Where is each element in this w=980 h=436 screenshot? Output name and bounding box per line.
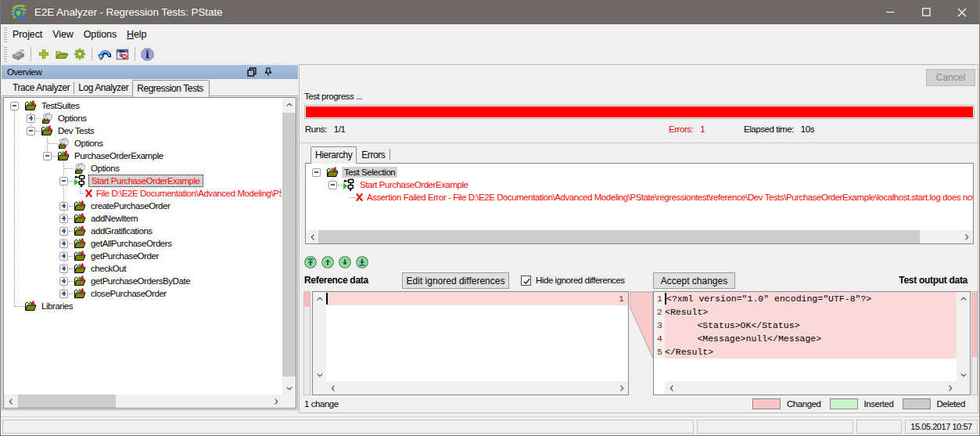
- tree-row-dev-tests[interactable]: Dev Tests: [4, 124, 282, 137]
- tree-label[interactable]: TestSuites: [40, 100, 81, 111]
- expand-icon[interactable]: [59, 265, 68, 273]
- expand-icon[interactable]: [59, 290, 68, 298]
- reference-line-1[interactable]: 1: [326, 292, 628, 305]
- menu-view[interactable]: View: [48, 24, 77, 45]
- tree-label[interactable]: Dev Tests: [56, 125, 95, 136]
- menu-help[interactable]: Help: [122, 24, 151, 45]
- hierarchy-horizontal-scrollbar[interactable]: [306, 230, 973, 243]
- output-vertical-scrollbar[interactable]: [957, 292, 970, 381]
- tree-row-start-purchaseorderexample[interactable]: Start PurchaseOrderExample: [4, 175, 282, 187]
- scrollbar-thumb[interactable]: [318, 230, 920, 243]
- tree-label[interactable]: PurchaseOrderExample: [73, 150, 165, 161]
- reference-vertical-scrollbar[interactable]: [313, 292, 326, 381]
- tree-row-options[interactable]: Options: [4, 162, 282, 175]
- menubar-grip[interactable]: [4, 27, 7, 42]
- tree-row-addnewitem[interactable]: addNewItem: [4, 212, 282, 225]
- tree-label[interactable]: File D:\E2E Documentation\Advanced Model…: [95, 188, 282, 199]
- tree-label[interactable]: addGratifications: [89, 225, 154, 236]
- expand-icon[interactable]: [59, 252, 68, 261]
- scroll-up-arrow[interactable]: [313, 292, 326, 305]
- tree-row-addgratifications[interactable]: addGratifications: [4, 225, 282, 237]
- tree-row-closepurchaseorder[interactable]: closePurchaseOrder: [4, 287, 282, 300]
- tree-label[interactable]: Libraries: [40, 301, 74, 312]
- tab-hierarchy[interactable]: Hierarchy: [311, 146, 357, 164]
- scroll-up-arrow[interactable]: [957, 292, 970, 305]
- cancel-button[interactable]: Cancel: [926, 69, 975, 86]
- scroll-left-arrow[interactable]: [4, 395, 17, 408]
- collapse-icon[interactable]: [27, 127, 35, 135]
- collapse-icon[interactable]: [59, 177, 68, 186]
- tree-label[interactable]: createPurchaseOrder: [89, 200, 171, 211]
- scroll-left-arrow[interactable]: [306, 230, 319, 243]
- scroll-down-arrow[interactable]: [282, 381, 296, 395]
- tree-row-testsuites[interactable]: TestSuites: [4, 99, 282, 112]
- toolbar-grip[interactable]: [4, 47, 7, 62]
- expand-icon[interactable]: [59, 240, 68, 248]
- menu-project[interactable]: Project: [8, 24, 47, 45]
- scroll-down-arrow[interactable]: [313, 368, 326, 381]
- expand-icon[interactable]: [59, 227, 68, 236]
- tree-label[interactable]: addNewItem: [89, 213, 139, 224]
- tree-horizontal-scrollbar[interactable]: [4, 395, 282, 408]
- tree-label[interactable]: Assertion Failed Error - File D:\E2E Doc…: [365, 192, 973, 203]
- expand-icon[interactable]: [59, 202, 68, 211]
- tree-label[interactable]: closePurchaseOrder: [89, 288, 168, 299]
- next-difference-button[interactable]: [339, 256, 351, 268]
- tree-row-libraries[interactable]: Libraries: [4, 300, 282, 312]
- tree-label-selected[interactable]: Test Selection: [342, 167, 397, 178]
- minimize-button[interactable]: [872, 0, 908, 24]
- open-button[interactable]: [53, 46, 70, 63]
- scroll-right-arrow[interactable]: [269, 395, 282, 408]
- tree-vertical-scrollbar[interactable]: [282, 98, 296, 395]
- collapse-icon[interactable]: [10, 102, 19, 110]
- tree-row-assertion-error[interactable]: Assertion Failed Error - File D:\E2E Doc…: [306, 191, 973, 204]
- tree-row-purchaseorderexample[interactable]: PurchaseOrderExample: [4, 150, 282, 162]
- edit-ignored-differences-button[interactable]: Edit ignored differences: [402, 272, 509, 289]
- tab-regression-tests[interactable]: Regression Tests: [132, 80, 210, 97]
- last-difference-button[interactable]: [356, 256, 368, 268]
- output-horizontal-scrollbar[interactable]: [665, 381, 957, 395]
- test-output-pane[interactable]: 1 2 3 4 5 <?xml version="1.0" encoding="…: [653, 291, 971, 395]
- reference-data-pane[interactable]: 1: [312, 291, 629, 395]
- collapse-icon[interactable]: [43, 152, 52, 160]
- accept-changes-button[interactable]: Accept changes: [653, 272, 735, 289]
- tree-row-options[interactable]: Options: [4, 112, 282, 124]
- menu-options[interactable]: Options: [79, 24, 121, 45]
- tree-row-options[interactable]: Options: [4, 137, 282, 150]
- tree-row-getpurchaseorder[interactable]: getPurchaseOrder: [4, 250, 282, 262]
- pin-icon[interactable]: [264, 67, 273, 77]
- tree-label[interactable]: getPurchaseOrder: [89, 250, 160, 261]
- expand-icon[interactable]: [59, 214, 68, 223]
- tree-row-createpurchaseorder[interactable]: createPurchaseOrder: [4, 200, 282, 212]
- print-button[interactable]: [10, 46, 27, 63]
- close-info-windows-button[interactable]: [114, 46, 131, 63]
- tree-label[interactable]: Options: [89, 163, 120, 174]
- new-button[interactable]: [35, 46, 52, 63]
- settings-button[interactable]: [71, 46, 88, 63]
- tree-row-getpurchaseordersbydate[interactable]: getPurchaseOrdersByDate: [4, 275, 282, 287]
- tab-log-analyzer[interactable]: Log Analyzer: [74, 80, 132, 96]
- scroll-right-arrow[interactable]: [960, 230, 973, 243]
- hide-ignored-differences-checkbox[interactable]: [521, 276, 531, 286]
- tree-row-getallpurchaseorders[interactable]: getAllPurchaseOrders: [4, 237, 282, 250]
- collapse-icon[interactable]: [312, 168, 321, 177]
- tree-label[interactable]: getAllPurchaseOrders: [89, 238, 174, 249]
- scroll-left-arrow[interactable]: [326, 381, 339, 395]
- maximize-button[interactable]: [908, 0, 944, 24]
- tab-errors[interactable]: Errors: [357, 147, 389, 163]
- float-window-icon[interactable]: [247, 67, 257, 77]
- info-button[interactable]: [139, 46, 156, 63]
- undo-button[interactable]: [96, 46, 113, 63]
- close-button[interactable]: [944, 0, 980, 24]
- tab-trace-analyzer[interactable]: Trace Analyzer: [9, 80, 74, 96]
- scroll-right-arrow[interactable]: [943, 381, 957, 395]
- tree-label[interactable]: Options: [73, 138, 104, 149]
- tree-label[interactable]: Options: [56, 113, 88, 124]
- expand-icon[interactable]: [59, 277, 68, 286]
- hide-ignored-differences-label[interactable]: Hide ignored differences: [536, 276, 625, 285]
- tree-label[interactable]: checkOut: [89, 263, 127, 274]
- tree-label-selected[interactable]: Start PurchaseOrderExample: [88, 175, 203, 187]
- tree-label[interactable]: getPurchaseOrdersByDate: [89, 276, 192, 286]
- tree-row-test-selection[interactable]: Test Selection: [306, 166, 973, 178]
- tree-row-start-purchaseorderexample[interactable]: Start PurchaseOrderExample: [306, 178, 973, 191]
